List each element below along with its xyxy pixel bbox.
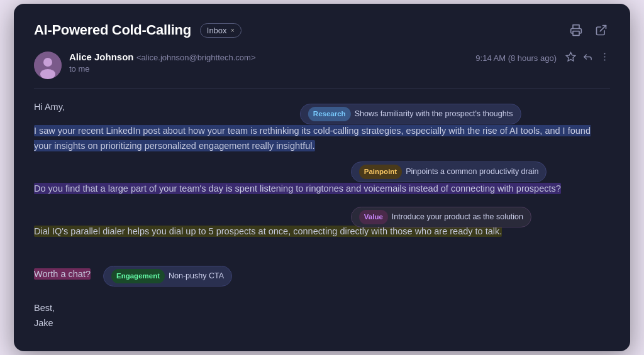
value-text: Introduce your product as the solution — [392, 210, 523, 224]
email-body: Hi Amy, Research Shows familiarity with … — [34, 100, 610, 330]
sender-name-row: Alice Johnson <alice.johnson@brighttech.… — [69, 52, 256, 63]
star-icon[interactable] — [565, 52, 576, 65]
paragraph-2: Painpoint Pinpoints a common productivit… — [34, 182, 610, 197]
value-label: Value — [359, 210, 388, 224]
signature: Best, Jake — [34, 301, 610, 331]
print-button[interactable] — [567, 21, 585, 39]
reply-icon[interactable] — [582, 52, 593, 65]
more-icon[interactable] — [599, 52, 610, 65]
inbox-close-icon[interactable]: × — [231, 26, 235, 34]
svg-point-8 — [604, 60, 605, 61]
sender-left: Alice Johnson <alice.johnson@brighttech.… — [34, 52, 256, 79]
research-text: Shows familiarity with the prospect's th… — [355, 107, 513, 121]
share-button[interactable] — [592, 21, 610, 39]
sender-email: <alice.johnson@brighttech.com> — [136, 53, 256, 62]
highlight-painpoint: Do you find that a large part of your te… — [34, 183, 561, 194]
paragraph-3: Value Introduce your product as the solu… — [34, 224, 610, 239]
engagement-tooltip: Engagement Non-pushy CTA — [103, 266, 232, 287]
svg-line-1 — [600, 26, 606, 31]
engagement-text: Non-pushy CTA — [169, 270, 224, 283]
painpoint-label: Painpoint — [359, 165, 402, 179]
action-icons — [565, 52, 610, 65]
sender-row: Alice Johnson <alice.johnson@brighttech.… — [34, 52, 610, 89]
paragraph-1: Research Shows familiarity with the pros… — [34, 124, 610, 154]
sender-name: Alice Johnson — [69, 52, 134, 62]
value-tooltip: Value Introduce your product as the solu… — [351, 207, 531, 227]
signature-name: Jake — [34, 316, 610, 331]
sender-right: 9:14 AM (8 hours ago) — [475, 52, 610, 65]
header-row: AI-Powered Cold-Calling Inbox × — [34, 21, 610, 39]
highlight-research: I saw your recent LinkedIn post about ho… — [34, 125, 591, 151]
research-label: Research — [308, 107, 351, 121]
svg-point-3 — [43, 58, 52, 67]
sender-to: to me — [69, 64, 256, 74]
svg-point-4 — [40, 69, 55, 79]
inbox-label: Inbox — [207, 26, 227, 35]
cta-row: Worth a chat? Engagement Non-pushy CTA — [34, 267, 610, 291]
research-tooltip: Research Shows familiarity with the pros… — [300, 104, 521, 124]
svg-marker-5 — [566, 53, 575, 61]
header-left: AI-Powered Cold-Calling Inbox × — [34, 22, 242, 38]
svg-rect-0 — [573, 31, 579, 36]
engagement-label: Engagement — [111, 269, 165, 283]
timestamp: 9:14 AM (8 hours ago) — [475, 53, 557, 63]
signature-best: Best, — [34, 301, 610, 316]
inbox-badge[interactable]: Inbox × — [200, 23, 242, 38]
svg-point-6 — [604, 53, 605, 55]
cta-text: Worth a chat? — [34, 268, 91, 280]
page-title: AI-Powered Cold-Calling — [34, 22, 191, 38]
painpoint-tooltip: Painpoint Pinpoints a common productivit… — [351, 161, 547, 182]
avatar — [34, 52, 62, 79]
header-icons — [567, 21, 610, 39]
sender-info: Alice Johnson <alice.johnson@brighttech.… — [69, 52, 256, 74]
svg-point-7 — [604, 57, 605, 58]
email-card: AI-Powered Cold-Calling Inbox × — [14, 4, 630, 351]
painpoint-text: Pinpoints a common productivity drain — [406, 165, 538, 178]
